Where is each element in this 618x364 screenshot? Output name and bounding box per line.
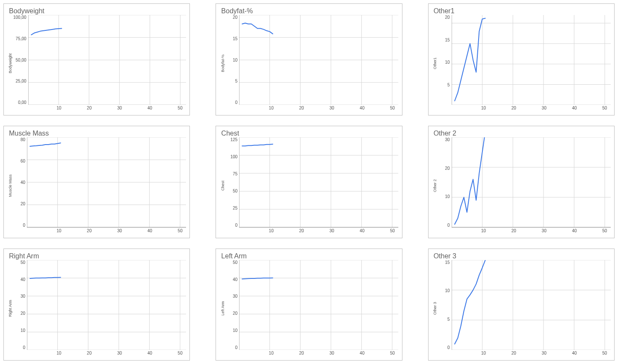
y-ticks: 2015105 (438, 15, 452, 105)
chart-body: Right Arm504030201001020304050 (7, 260, 186, 357)
plot-area (239, 260, 398, 350)
chart-title: Right Arm (9, 252, 186, 260)
x-ticks: 1020304050 (225, 106, 398, 112)
y-axis-label: Bodyweight (8, 53, 12, 74)
x-ticks: 1020304050 (438, 228, 611, 234)
y-ticks: 3020100 (438, 137, 452, 227)
chart-other1: Other1Other120151051020304050 (428, 3, 615, 115)
plot-area (452, 137, 611, 227)
y-ticks: 1251007550250 (225, 137, 239, 227)
y-ticks: 151050 (438, 260, 452, 350)
plot-area (452, 15, 611, 105)
chart-body: Left Arm504030201001020304050 (219, 260, 398, 357)
chart-title: Chest (221, 130, 398, 137)
chart-chest: ChestChest12510075502501020304050 (216, 126, 402, 238)
chart-body: Other 230201001020304050 (432, 137, 611, 234)
chart-title: Bodyfat-% (221, 7, 398, 15)
y-axis-label: Bodyfat-% (220, 54, 225, 72)
chart-bodyfat: Bodyfat-%Bodyfat-%201510501020304050 (216, 3, 402, 115)
x-ticks: 1020304050 (13, 228, 186, 234)
y-axis-label: Chest (220, 181, 225, 191)
plot-area (239, 137, 398, 227)
y-axis-label: Other 3 (433, 302, 437, 315)
y-axis-label: Left Arm (220, 301, 225, 316)
chart-title: Left Arm (221, 252, 398, 260)
data-line (455, 260, 485, 344)
plot-area (27, 260, 186, 350)
data-line (455, 18, 485, 101)
chart-body: Other120151051020304050 (432, 15, 611, 112)
x-ticks: 1020304050 (225, 351, 398, 357)
y-axis-label: Other1 (433, 57, 437, 69)
y-ticks: 50403020100 (225, 260, 239, 350)
chart-title: Bodyweight (9, 7, 186, 15)
chart-title: Other 3 (434, 252, 611, 260)
y-axis-label: Right Arm (8, 300, 12, 317)
chart-body: Bodyfat-%201510501020304050 (219, 15, 398, 112)
chart-body: Muscle Mass8060402001020304050 (7, 137, 186, 234)
chart-title: Other 2 (434, 130, 611, 137)
plot-area (27, 137, 186, 227)
y-ticks: 50403020100 (13, 260, 27, 350)
y-ticks: 100,0075,0050,0025,000,00 (13, 15, 28, 105)
chart-right-arm: Right ArmRight Arm504030201001020304050 (3, 249, 190, 361)
plot-area (452, 260, 611, 350)
chart-title: Muscle Mass (9, 130, 186, 137)
plot-area (28, 15, 186, 105)
chart-other3: Other 3Other 31510501020304050 (428, 249, 615, 361)
x-ticks: 1020304050 (13, 351, 186, 357)
y-axis-label: Other 2 (433, 179, 437, 192)
chart-bodyweight: BodyweightBodyweight100,0075,0050,0025,0… (3, 3, 190, 115)
y-ticks: 806040200 (13, 137, 27, 227)
data-line (242, 144, 273, 146)
y-axis-label: Muscle Mass (8, 175, 12, 197)
chart-title: Other1 (434, 7, 611, 15)
data-line (31, 29, 62, 35)
x-ticks: 1020304050 (438, 106, 611, 112)
plot-area (239, 15, 398, 105)
chart-body: Other 31510501020304050 (432, 260, 611, 357)
data-line (455, 137, 485, 224)
chart-muscle-mass: Muscle MassMuscle Mass806040200102030405… (3, 126, 190, 238)
chart-body: Chest12510075502501020304050 (219, 137, 398, 234)
data-line (242, 23, 273, 34)
x-ticks: 1020304050 (225, 228, 398, 234)
y-ticks: 20151050 (225, 15, 239, 105)
chart-left-arm: Left ArmLeft Arm504030201001020304050 (216, 249, 402, 361)
x-ticks: 1020304050 (438, 351, 611, 357)
chart-other2: Other 2Other 230201001020304050 (428, 126, 615, 238)
chart-body: Bodyweight100,0075,0050,0025,000,0010203… (7, 15, 186, 112)
data-line (30, 143, 61, 146)
x-ticks: 1020304050 (13, 106, 186, 112)
